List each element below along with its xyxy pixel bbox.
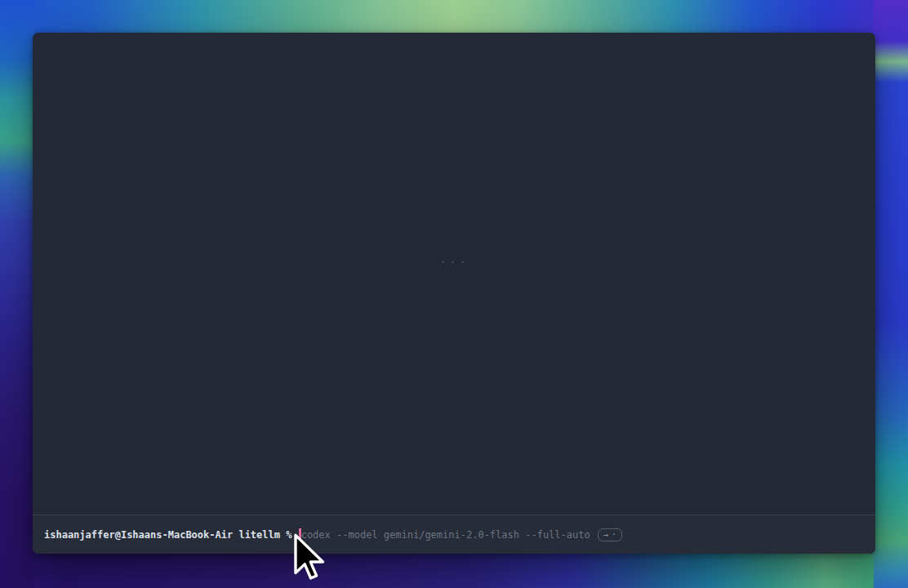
wallpaper-right-band — [874, 0, 908, 588]
dot-icon: · — [612, 530, 616, 539]
terminal-output-area[interactable]: ··· — [33, 33, 875, 514]
command-input-bar[interactable]: ishaanjaffer@Ishaans-MacBook-Air litellm… — [33, 515, 875, 554]
arrow-right-icon: → — [603, 530, 608, 539]
wallpaper-bottom-band — [0, 550, 908, 588]
accept-suggestion-hint-badge: →· — [598, 528, 622, 541]
shell-prompt: ishaanjaffer@Ishaans-MacBook-Air litellm… — [44, 528, 298, 541]
command-autosuggestion: codex --model gemini/gemini-2.0-flash --… — [301, 528, 590, 541]
terminal-window[interactable]: ··· ishaanjaffer@Ishaans-MacBook-Air lit… — [33, 33, 875, 554]
wallpaper-left-band — [0, 0, 34, 588]
loading-ellipsis: ··· — [33, 255, 875, 270]
desktop: ··· ishaanjaffer@Ishaans-MacBook-Air lit… — [0, 0, 908, 588]
wallpaper-top-band — [0, 0, 908, 34]
